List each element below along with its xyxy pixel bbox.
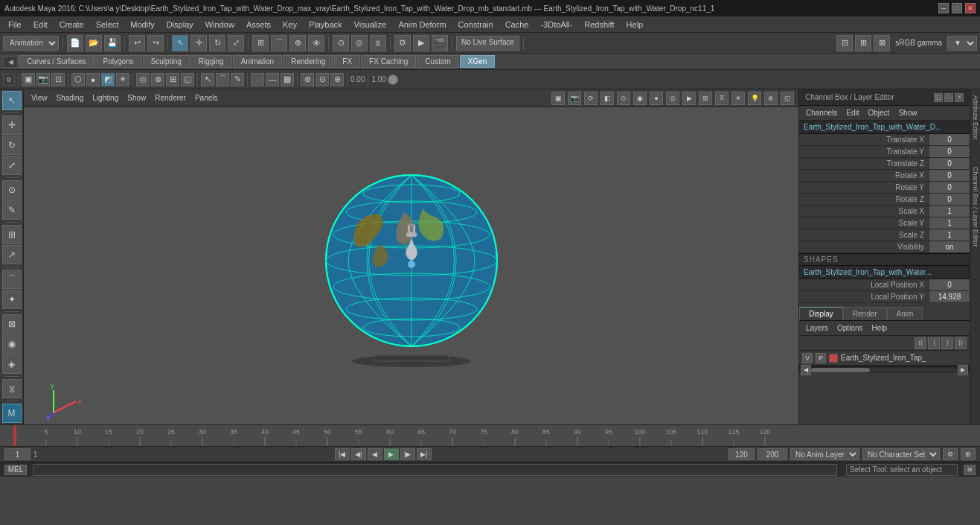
channel-value-vis[interactable]: on (929, 241, 970, 252)
camera-button[interactable]: 📷 (36, 73, 50, 86)
anim-extra-button[interactable]: ⊞ (961, 448, 976, 460)
channel-value-sz[interactable]: 1 (929, 229, 970, 241)
ipr-render-button[interactable]: ▶ (413, 35, 429, 51)
play-forward-button[interactable]: ▶ (384, 448, 399, 460)
lasso-select-button[interactable]: ⌒ (2, 270, 22, 289)
soft-select-lt-button[interactable]: ⊙ (2, 180, 22, 200)
layer-nav-right2-button[interactable]: ⟩⟩ (955, 337, 967, 349)
save-file-button[interactable]: 💾 (104, 35, 121, 51)
edge-mode-button[interactable]: — (266, 73, 279, 86)
menu-redshift[interactable]: Redshift (579, 19, 619, 31)
menu-constrain[interactable]: Constrain (453, 19, 499, 31)
viewport-menu-renderer[interactable]: Renderer (152, 92, 189, 104)
transform-constraints-button[interactable]: ⊛ (301, 73, 314, 86)
local-pos-value-y[interactable]: 14.928 (929, 291, 970, 302)
select-tool-button[interactable]: ↖ (172, 35, 188, 51)
layer-menu-layers[interactable]: Layers (802, 322, 832, 334)
display-mode-2-button[interactable]: ⊞ (855, 35, 871, 51)
menu-select[interactable]: Select (91, 19, 124, 31)
layer-menu-options[interactable]: Options (833, 322, 866, 334)
tab-fx-caching[interactable]: FX Caching (361, 55, 416, 68)
close-button[interactable]: ✕ (965, 3, 976, 13)
menu-help[interactable]: Help (621, 19, 649, 31)
move-tool-lt-button[interactable]: ✛ (2, 115, 22, 135)
persp-view-button[interactable]: ⊡ (51, 73, 65, 86)
no-live-surface-button[interactable]: No Live Surface (456, 36, 519, 51)
redo-button[interactable]: ↪ (147, 35, 164, 51)
menu-playback[interactable]: Playback (304, 19, 348, 31)
cb-close-button[interactable]: ✕ (955, 93, 964, 102)
display-mode-1-button[interactable]: ⊟ (836, 35, 853, 51)
single-viewport-button[interactable]: ▣ (22, 73, 35, 86)
snap-grid-button[interactable]: ⊞ (252, 35, 269, 51)
minimize-button[interactable]: ─ (938, 3, 949, 13)
layer-scroll-thumb[interactable] (811, 368, 870, 372)
timeline-ruler[interactable]: 1 5 10 15 20 25 30 35 40 (0, 425, 980, 447)
custom-tool-button[interactable]: ↗ (2, 245, 22, 264)
vp-icon-8[interactable]: ◎ (666, 92, 679, 105)
cb-menu-edit[interactable]: Edit (842, 107, 862, 118)
cb-expand-button[interactable]: □ (944, 93, 953, 102)
vp-icon-6[interactable]: ◉ (633, 92, 647, 105)
paint-weights-button[interactable]: ✎ (2, 200, 22, 220)
menu-edit[interactable]: Edit (28, 19, 53, 31)
hud-button[interactable]: ◱ (181, 73, 194, 86)
menu-create[interactable]: Create (54, 19, 89, 31)
step-forward-button[interactable]: |▶ (400, 448, 415, 460)
render-button[interactable]: 🎬 (432, 35, 448, 51)
max-frame-input[interactable] (758, 448, 787, 460)
vp-icon-13[interactable]: 💡 (748, 92, 761, 105)
viewport-menu-view[interactable]: View (28, 92, 51, 104)
layer-scroll-left-button[interactable]: ◀ (801, 365, 811, 375)
vp-icon-3[interactable]: ⟳ (584, 92, 598, 105)
texture-button[interactable]: ◩ (101, 73, 115, 86)
select-mode-button[interactable]: ↖ (201, 73, 214, 86)
menu-modify[interactable]: Modify (125, 19, 159, 31)
pivot-button[interactable]: ⊕ (330, 73, 344, 86)
paint-select-button[interactable]: ✎ (231, 73, 244, 86)
vp-icon-12[interactable]: ☀ (731, 92, 745, 105)
color-swatch[interactable] (388, 74, 398, 85)
menu-display[interactable]: Display (161, 19, 199, 31)
menu-window[interactable]: Window (200, 19, 240, 31)
channel-value-rz[interactable]: 0 (929, 194, 970, 205)
vp-icon-9[interactable]: ▶ (682, 92, 696, 105)
move-tool-button[interactable]: ✛ (190, 35, 207, 51)
face-mode-button[interactable]: ▦ (281, 73, 294, 86)
isolate-button[interactable]: ⊗ (151, 73, 164, 86)
attribute-editor-tab[interactable]: Attribute Editor Channel Box / Layer Edi… (970, 89, 980, 424)
viewport-menu-show[interactable]: Show (124, 92, 149, 104)
current-frame-input[interactable] (4, 448, 31, 460)
annotation-button[interactable]: ⧖ (2, 379, 22, 398)
lasso-button[interactable]: ⌒ (216, 73, 229, 86)
channel-value-rx[interactable]: 0 (929, 170, 970, 181)
paint-select-lt-button[interactable]: ✦ (2, 290, 22, 309)
xray-button[interactable]: ◎ (136, 73, 150, 86)
tab-polygons[interactable]: Polygons (95, 55, 141, 68)
layer-nav-right-button[interactable]: ⟩ (941, 337, 953, 349)
tab-curves-surfaces[interactable]: Curves / Surfaces (19, 55, 94, 68)
measure-tool-button[interactable]: ◈ (2, 354, 22, 374)
layer-playback-button[interactable]: P (816, 353, 826, 363)
smooth-button[interactable]: ● (86, 73, 100, 86)
mode-selector[interactable]: Animation (3, 36, 59, 51)
layer-scrollbar[interactable]: ◀ ▶ (799, 366, 970, 373)
menu-assets[interactable]: Assets (241, 19, 276, 31)
tab-fx[interactable]: FX (334, 55, 360, 68)
snap-view-button[interactable]: 👁 (308, 35, 324, 51)
menu-cache[interactable]: Cache (500, 19, 534, 31)
vp-icon-15[interactable]: ◱ (781, 92, 794, 105)
channel-box-layer-editor-label[interactable]: Channel Box / Layer Editor (970, 161, 981, 253)
tab-display[interactable]: Display (799, 307, 843, 320)
go-to-end-button[interactable]: ▶| (417, 448, 432, 460)
viewport-menu-lighting[interactable]: Lighting (89, 92, 121, 104)
menu-3dtoall[interactable]: -3DtoAll- (535, 19, 577, 31)
vp-icon-14[interactable]: ⊛ (764, 92, 778, 105)
vp-icon-5[interactable]: ⊙ (617, 92, 630, 105)
vp-icon-4[interactable]: ◧ (601, 92, 614, 105)
display-mode-3-button[interactable]: ⊠ (874, 35, 890, 51)
play-back-button[interactable]: ◀ (368, 448, 382, 460)
vp-icon-1[interactable]: ▣ (551, 92, 565, 105)
vp-icon-10[interactable]: ⊞ (699, 92, 712, 105)
settings-icon[interactable]: ⚙ (3, 74, 15, 86)
